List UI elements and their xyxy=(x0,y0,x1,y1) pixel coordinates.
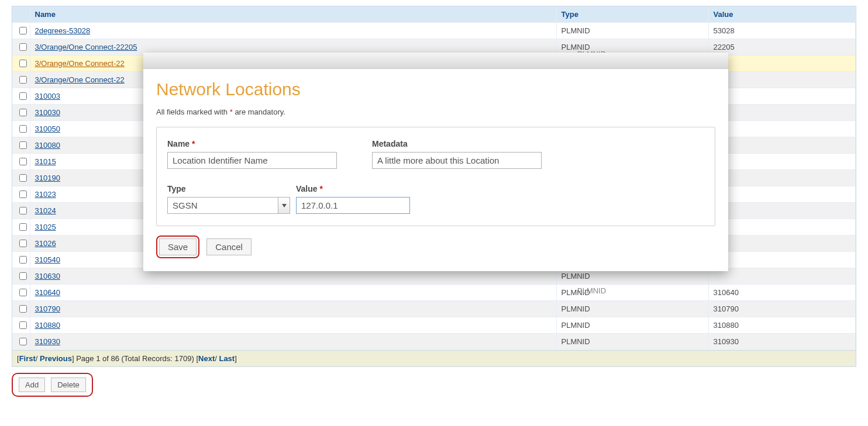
row-value xyxy=(708,56,856,72)
row-checkbox[interactable] xyxy=(19,43,27,51)
row-value: 310790 xyxy=(708,301,856,317)
table-row: 310790PLMNID310790 xyxy=(12,301,856,317)
row-name-link[interactable]: 3/Orange/One Connect-22 xyxy=(35,75,125,84)
pager-first[interactable]: First xyxy=(19,354,36,363)
pager: [First/ Previous] Page 1 of 86 (Total Re… xyxy=(12,351,856,367)
row-name-link[interactable]: 3/Orange/One Connect-22205 xyxy=(35,43,137,51)
row-name-link[interactable]: 310930 xyxy=(35,337,60,346)
delete-button[interactable]: Delete xyxy=(51,377,86,392)
name-input[interactable] xyxy=(167,152,337,169)
row-value xyxy=(708,268,856,285)
table-row: 310930PLMNID310930 xyxy=(12,334,856,350)
type-select[interactable]: SGSN xyxy=(167,197,290,214)
col-header-value[interactable]: Value xyxy=(708,6,856,23)
col-header-name[interactable]: Name xyxy=(30,6,556,23)
row-checkbox[interactable] xyxy=(19,174,27,182)
row-value xyxy=(708,203,856,219)
row-value xyxy=(708,154,856,170)
metadata-label: Metadata xyxy=(372,139,542,148)
row-checkbox[interactable] xyxy=(19,321,27,329)
row-value: ) xyxy=(708,170,856,186)
row-checkbox[interactable] xyxy=(19,223,27,231)
row-name-link[interactable]: 310630 xyxy=(35,272,60,280)
chevron-down-icon[interactable] xyxy=(278,198,290,213)
row-value: ) xyxy=(708,252,856,268)
pager-last[interactable]: Last xyxy=(219,354,235,363)
row-checkbox[interactable] xyxy=(19,289,27,296)
network-locations-dialog: Network Locations All fields marked with… xyxy=(143,53,728,271)
row-name-link[interactable]: 310880 xyxy=(35,321,60,330)
row-name-link[interactable]: 310640 xyxy=(35,288,60,297)
save-button[interactable]: Save xyxy=(159,238,197,255)
action-buttons-highlight: Add Delete xyxy=(12,373,93,397)
row-value: ) xyxy=(708,121,856,137)
row-checkbox[interactable] xyxy=(19,109,27,116)
row-checkbox[interactable] xyxy=(19,76,27,84)
row-value: 310930 xyxy=(708,334,856,350)
ghost-type-2: PLMNID xyxy=(577,286,606,295)
table-row: 310640PLMNID310640 xyxy=(12,285,856,301)
row-name-link[interactable]: 31024 xyxy=(35,206,56,215)
row-checkbox[interactable] xyxy=(19,27,27,34)
add-button[interactable]: Add xyxy=(19,377,45,392)
table-row: 310880PLMNID310880 xyxy=(12,317,856,334)
row-checkbox[interactable] xyxy=(19,272,27,280)
save-highlight: Save xyxy=(156,235,199,258)
row-checkbox[interactable] xyxy=(19,256,27,264)
dialog-titlebar[interactable] xyxy=(143,53,728,69)
cancel-button[interactable]: Cancel xyxy=(206,238,252,255)
row-value: ) xyxy=(708,137,856,154)
row-checkbox[interactable] xyxy=(19,338,27,345)
row-name-link[interactable]: 310790 xyxy=(35,304,60,313)
row-value: 310640 xyxy=(708,285,856,301)
row-name-link[interactable]: 310190 xyxy=(35,174,60,182)
row-checkbox[interactable] xyxy=(19,240,27,247)
row-type: PLMNID xyxy=(556,301,708,317)
row-name-link[interactable]: 31025 xyxy=(35,223,56,231)
row-name-link[interactable]: 2degrees-53028 xyxy=(35,26,91,35)
row-name-link[interactable]: 310030 xyxy=(35,108,60,117)
row-value: 22205 xyxy=(708,39,856,56)
row-value xyxy=(708,235,856,252)
row-value: ) xyxy=(708,105,856,121)
row-name-link[interactable]: 310540 xyxy=(35,255,60,264)
row-checkbox[interactable] xyxy=(19,92,27,100)
row-value: 310880 xyxy=(708,317,856,334)
name-label: Name * xyxy=(167,139,337,148)
row-name-link[interactable]: 310050 xyxy=(35,124,60,133)
form-box: Name * Metadata Type SGSN xyxy=(156,127,715,226)
mandatory-note: All fields marked with * are mandatory. xyxy=(156,108,715,116)
row-name-link[interactable]: 31023 xyxy=(35,190,56,199)
pager-text: ] Page 1 of 86 (Total Records: 1709) [ xyxy=(72,354,198,363)
col-header-type[interactable]: Type xyxy=(556,6,708,23)
row-value: 53028 xyxy=(708,23,856,39)
row-checkbox[interactable] xyxy=(19,207,27,214)
row-name-link[interactable]: 310003 xyxy=(35,92,60,101)
row-type: PLMNID xyxy=(556,317,708,334)
table-row: 2degrees-53028PLMNID53028 xyxy=(12,23,856,39)
dialog-title: Network Locations xyxy=(156,79,715,99)
row-name-link[interactable]: 3/Orange/One Connect-22 xyxy=(35,59,125,68)
row-name-link[interactable]: 31026 xyxy=(35,239,56,248)
row-checkbox[interactable] xyxy=(19,141,27,149)
row-value: 3 xyxy=(708,88,856,105)
row-value xyxy=(708,219,856,235)
row-value xyxy=(708,72,856,88)
value-label: Value * xyxy=(296,184,410,193)
value-input[interactable] xyxy=(296,197,410,214)
row-value xyxy=(708,186,856,203)
row-checkbox[interactable] xyxy=(19,191,27,198)
row-name-link[interactable]: 310080 xyxy=(35,141,60,150)
row-checkbox[interactable] xyxy=(19,305,27,313)
svg-marker-0 xyxy=(282,204,287,207)
row-checkbox[interactable] xyxy=(19,125,27,133)
row-checkbox[interactable] xyxy=(19,60,27,67)
pager-previous[interactable]: Previous xyxy=(40,354,72,363)
table-header-row: Name Type Value xyxy=(12,6,856,23)
metadata-input[interactable] xyxy=(372,152,542,169)
row-type: PLMNID xyxy=(556,23,708,39)
row-name-link[interactable]: 31015 xyxy=(35,157,56,166)
type-label: Type xyxy=(167,184,290,193)
pager-next[interactable]: Next xyxy=(198,354,215,363)
row-checkbox[interactable] xyxy=(19,158,27,165)
